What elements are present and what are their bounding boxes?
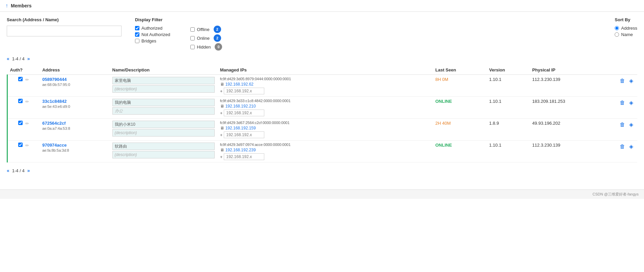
online-badge: 2 (214, 34, 221, 42)
desc-input-2[interactable] (112, 129, 215, 137)
member-mac-3: ae:fa:8b:5a:3d:8 (42, 148, 69, 152)
sort-section: Sort By Address Name (615, 17, 637, 37)
actions-cell-2: 🗑 ◈ (599, 119, 637, 141)
auth-checkbox-0[interactable] (18, 77, 23, 81)
sort-name-radio[interactable] (615, 32, 619, 37)
member-address-2[interactable]: 672564c2cf (42, 121, 107, 126)
auth-cell-3: ✏ (7, 141, 40, 162)
physical-ip-value-3: 112.3.230.139 (532, 143, 560, 148)
last-seen-cell-2: 2H 40M (433, 119, 487, 141)
filter-col-2: Offline 2 Online 2 Hidden 0 (190, 26, 222, 51)
member-address-3[interactable]: 970974acce (42, 143, 107, 148)
not-authorized-checkbox[interactable] (135, 32, 139, 37)
version-value-2: 1.8.9 (489, 121, 499, 126)
next-next-arrow-bottom[interactable]: » (27, 168, 30, 173)
edit-icon-3[interactable]: ✏ (25, 143, 29, 148)
member-address-0[interactable]: 0589790444 (42, 77, 107, 82)
page-title: Members (11, 3, 31, 8)
desc-input-0[interactable] (112, 85, 215, 93)
name-input-0[interactable] (112, 77, 215, 84)
managed-ipv6-2: fc9f:d429:3d67:2564:c2cf:0000:0000:0001 (220, 121, 430, 125)
delete-button-3[interactable]: 🗑 (618, 143, 626, 150)
auth-checkbox-3[interactable] (18, 143, 23, 147)
edit-icon-2[interactable]: ✏ (25, 121, 29, 126)
offline-label: Offline (197, 27, 209, 32)
offline-checkbox[interactable] (190, 27, 195, 32)
version-value-3: 1.10.1 (489, 143, 501, 148)
table-header-row: Auth? Address Name/Description Managed I… (7, 65, 638, 75)
managed-ip-input-2[interactable] (224, 131, 264, 138)
edit-icon-0[interactable]: ✏ (25, 77, 29, 82)
member-mac-2: ae:0a:a7:4a:53:8 (42, 126, 70, 130)
config-button-3[interactable]: ◈ (628, 143, 635, 150)
managed-ips-cell-2: fc9f:d429:3d67:2564:c2cf:0000:0000:0001 … (217, 119, 433, 141)
managed-ip-input-3[interactable] (224, 153, 264, 160)
managed-ip-input-0[interactable] (224, 88, 264, 94)
edit-icon-1[interactable]: ✏ (25, 99, 29, 104)
version-cell-1: 1.10.1 (486, 97, 530, 119)
offline-badge: 2 (214, 26, 221, 33)
hidden-label: Hidden (197, 44, 211, 50)
config-button-2[interactable]: ◈ (628, 121, 635, 128)
name-input-1[interactable] (112, 99, 215, 106)
managed-ip-icon-3: 🖥 (220, 148, 224, 152)
desc-input-1[interactable] (112, 107, 215, 115)
prev-prev-arrow-bottom[interactable]: « (7, 168, 9, 173)
physical-ip-cell-0: 112.3.230.139 (530, 75, 599, 97)
search-input[interactable] (7, 26, 122, 36)
th-actions (599, 65, 637, 75)
config-button-1[interactable]: ◈ (628, 99, 635, 107)
prev-prev-arrow[interactable]: « (7, 56, 9, 61)
name-input-2[interactable] (112, 121, 215, 128)
authorized-label: Authorized (141, 26, 162, 31)
th-physical-ip: Physical IP (530, 65, 599, 75)
next-next-arrow[interactable]: » (27, 56, 30, 61)
bridges-checkbox[interactable] (135, 39, 139, 43)
add-icon-1[interactable]: + (220, 111, 223, 116)
members-table: Auth? Address Name/Description Managed I… (7, 65, 637, 162)
add-icon-2[interactable]: + (220, 132, 223, 138)
managed-ip-value-3: 192.168.192.239 (225, 148, 256, 152)
add-icon-0[interactable]: + (220, 89, 223, 94)
table-row: ✏ 970974acce ae:fa:8b:5a:3d:8 fc9f:d429:… (7, 141, 638, 162)
pagination-bottom: « 1-4 / 4 » (7, 168, 637, 173)
last-seen-cell-0: 8H 0M (433, 75, 487, 97)
actions-cell-3: 🗑 ◈ (599, 141, 637, 162)
authorized-checkbox[interactable] (135, 26, 139, 30)
desc-input-3[interactable] (112, 151, 215, 158)
sort-address-label: Address (621, 26, 637, 31)
table-row: ✏ 33c1c84842 ae:5e:43:e6:d9:0 fc9f:d429:… (7, 97, 638, 119)
auth-cell-1: ✏ (7, 97, 40, 119)
managed-ip-row-1: 🖥 192.168.192.210 (220, 104, 430, 109)
delete-button-0[interactable]: 🗑 (618, 77, 626, 85)
sort-name-label: Name (621, 32, 633, 37)
name-input-3[interactable] (112, 143, 215, 150)
delete-button-1[interactable]: 🗑 (618, 99, 626, 107)
last-seen-cell-1: ONLINE (433, 97, 487, 119)
managed-ip-row-3: 🖥 192.168.192.239 (220, 148, 430, 152)
delete-button-2[interactable]: 🗑 (618, 121, 626, 128)
address-cell-0: 0589790444 ae:68:0b:57:95:0 (39, 75, 109, 97)
managed-ip-value-2: 192.168.192.159 (225, 126, 256, 130)
sort-by-label: Sort By (615, 17, 637, 22)
members-arrow-icon: ↑ (5, 3, 8, 9)
hidden-checkbox[interactable] (190, 45, 195, 49)
member-mac-0: ae:68:0b:57:95:0 (42, 83, 70, 87)
online-checkbox[interactable] (190, 36, 195, 40)
sort-address-radio[interactable] (615, 26, 619, 30)
online-filter-row: Online 2 (190, 34, 222, 42)
auth-checkbox-2[interactable] (18, 121, 23, 125)
add-icon-3[interactable]: + (220, 154, 223, 159)
address-cell-3: 970974acce ae:fa:8b:5a:3d:8 (39, 141, 109, 162)
managed-ip-input-1[interactable] (224, 110, 264, 116)
auth-checkbox-1[interactable] (18, 99, 23, 103)
last-seen-cell-3: ONLINE (433, 141, 487, 162)
managed-ip-row-0: 🖥 192.168.192.62 (220, 82, 430, 87)
managed-ip-input-row-1: + (220, 110, 430, 116)
member-address-1[interactable]: 33c1c84842 (42, 99, 107, 104)
th-managed-ips: Managed IPs (217, 65, 433, 75)
actions-cell-1: 🗑 ◈ (599, 97, 637, 119)
managed-ip-icon-0: 🖥 (220, 82, 224, 87)
sort-name-row: Name (615, 32, 637, 37)
config-button-0[interactable]: ◈ (628, 77, 635, 85)
